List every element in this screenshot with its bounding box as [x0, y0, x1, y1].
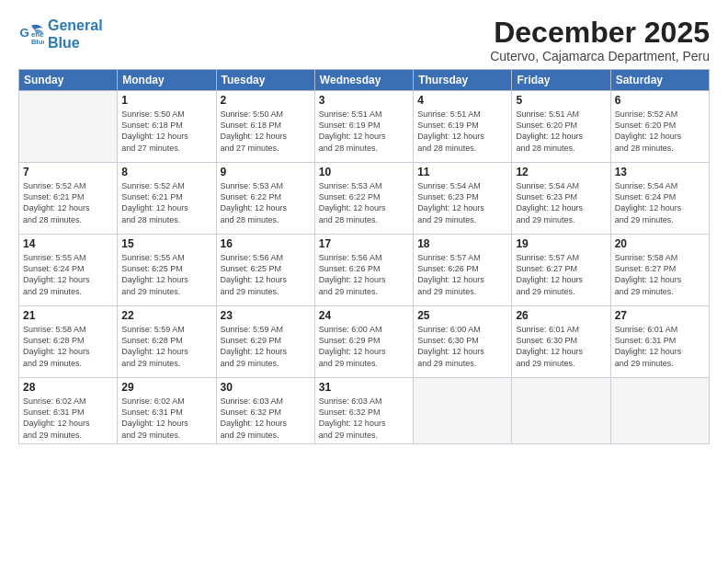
day-number: 11 — [417, 166, 507, 178]
day-info: Sunrise: 5:56 AM Sunset: 6:25 PM Dayligh… — [221, 252, 311, 297]
header: G eneral Blue General Blue December 2025… — [18, 17, 710, 63]
day-info: Sunrise: 5:58 AM Sunset: 6:28 PM Dayligh… — [23, 324, 113, 369]
day-info: Sunrise: 5:54 AM Sunset: 6:23 PM Dayligh… — [516, 180, 606, 225]
table-row: 28Sunrise: 6:02 AM Sunset: 6:31 PM Dayli… — [19, 378, 118, 444]
logo-text-line1: General — [48, 17, 103, 34]
calendar-header-row: Sunday Monday Tuesday Wednesday Thursday… — [19, 70, 710, 91]
table-row — [19, 91, 118, 163]
day-number: 3 — [319, 94, 409, 107]
day-number: 13 — [615, 166, 705, 178]
table-row: 25Sunrise: 6:00 AM Sunset: 6:30 PM Dayli… — [414, 306, 512, 378]
day-number: 2 — [221, 94, 311, 107]
table-row: 12Sunrise: 5:54 AM Sunset: 6:23 PM Dayli… — [512, 163, 610, 235]
table-row: 1Sunrise: 5:50 AM Sunset: 6:18 PM Daylig… — [118, 91, 216, 163]
table-row: 11Sunrise: 5:54 AM Sunset: 6:23 PM Dayli… — [414, 163, 512, 235]
day-number: 7 — [23, 166, 113, 178]
day-number: 29 — [121, 381, 211, 394]
day-number: 22 — [121, 309, 211, 322]
day-number: 24 — [319, 309, 409, 322]
day-info: Sunrise: 5:56 AM Sunset: 6:26 PM Dayligh… — [319, 252, 409, 297]
day-number: 14 — [23, 237, 113, 250]
col-friday: Friday — [512, 70, 610, 91]
svg-text:Blue: Blue — [31, 38, 44, 46]
table-row: 13Sunrise: 5:54 AM Sunset: 6:24 PM Dayli… — [610, 163, 709, 235]
table-row: 30Sunrise: 6:03 AM Sunset: 6:32 PM Dayli… — [216, 378, 314, 444]
day-info: Sunrise: 5:55 AM Sunset: 6:24 PM Dayligh… — [23, 252, 113, 297]
table-row: 24Sunrise: 6:00 AM Sunset: 6:29 PM Dayli… — [314, 306, 413, 378]
col-sunday: Sunday — [19, 70, 118, 91]
day-number: 31 — [319, 381, 409, 394]
table-row — [512, 378, 610, 444]
day-info: Sunrise: 6:03 AM Sunset: 6:32 PM Dayligh… — [319, 396, 409, 441]
day-info: Sunrise: 5:57 AM Sunset: 6:27 PM Dayligh… — [516, 252, 606, 297]
table-row: 6Sunrise: 5:52 AM Sunset: 6:20 PM Daylig… — [610, 91, 709, 163]
table-row: 2Sunrise: 5:50 AM Sunset: 6:18 PM Daylig… — [216, 91, 314, 163]
day-number: 8 — [121, 166, 211, 178]
day-number: 5 — [516, 94, 606, 107]
day-info: Sunrise: 5:51 AM Sunset: 6:19 PM Dayligh… — [319, 109, 409, 154]
table-row: 15Sunrise: 5:55 AM Sunset: 6:25 PM Dayli… — [118, 235, 216, 306]
title-block: December 2025 Cutervo, Cajamarca Departm… — [490, 17, 710, 63]
table-row: 14Sunrise: 5:55 AM Sunset: 6:24 PM Dayli… — [19, 235, 118, 306]
col-saturday: Saturday — [610, 70, 709, 91]
table-row: 26Sunrise: 6:01 AM Sunset: 6:30 PM Dayli… — [512, 306, 610, 378]
table-row: 4Sunrise: 5:51 AM Sunset: 6:19 PM Daylig… — [414, 91, 512, 163]
day-info: Sunrise: 6:02 AM Sunset: 6:31 PM Dayligh… — [23, 396, 113, 441]
day-number: 27 — [615, 309, 705, 322]
day-info: Sunrise: 5:50 AM Sunset: 6:18 PM Dayligh… — [121, 109, 211, 154]
table-row: 10Sunrise: 5:53 AM Sunset: 6:22 PM Dayli… — [314, 163, 413, 235]
table-row: 20Sunrise: 5:58 AM Sunset: 6:27 PM Dayli… — [610, 235, 709, 306]
table-row: 3Sunrise: 5:51 AM Sunset: 6:19 PM Daylig… — [314, 91, 413, 163]
table-row: 16Sunrise: 5:56 AM Sunset: 6:25 PM Dayli… — [216, 235, 314, 306]
table-row: 29Sunrise: 6:02 AM Sunset: 6:31 PM Dayli… — [118, 378, 216, 444]
day-info: Sunrise: 6:00 AM Sunset: 6:29 PM Dayligh… — [319, 324, 409, 369]
col-tuesday: Tuesday — [216, 70, 314, 91]
day-number: 23 — [221, 309, 311, 322]
svg-text:G: G — [20, 26, 29, 40]
month-title: December 2025 — [490, 17, 710, 49]
page: G eneral Blue General Blue December 2025… — [0, 0, 728, 563]
day-info: Sunrise: 6:01 AM Sunset: 6:30 PM Dayligh… — [516, 324, 606, 369]
logo-icon: G eneral Blue — [18, 21, 44, 47]
day-number: 19 — [516, 237, 606, 250]
day-number: 16 — [221, 237, 311, 250]
day-number: 26 — [516, 309, 606, 322]
table-row: 27Sunrise: 6:01 AM Sunset: 6:31 PM Dayli… — [610, 306, 709, 378]
day-info: Sunrise: 5:57 AM Sunset: 6:26 PM Dayligh… — [417, 252, 507, 297]
day-info: Sunrise: 5:59 AM Sunset: 6:28 PM Dayligh… — [121, 324, 211, 369]
table-row: 22Sunrise: 5:59 AM Sunset: 6:28 PM Dayli… — [118, 306, 216, 378]
day-info: Sunrise: 5:54 AM Sunset: 6:24 PM Dayligh… — [615, 180, 705, 225]
day-info: Sunrise: 5:52 AM Sunset: 6:21 PM Dayligh… — [23, 180, 113, 225]
col-wednesday: Wednesday — [314, 70, 413, 91]
table-row: 21Sunrise: 5:58 AM Sunset: 6:28 PM Dayli… — [19, 306, 118, 378]
day-info: Sunrise: 5:58 AM Sunset: 6:27 PM Dayligh… — [615, 252, 705, 297]
day-number: 4 — [417, 94, 507, 107]
day-number: 15 — [121, 237, 211, 250]
day-number: 1 — [121, 94, 211, 107]
day-info: Sunrise: 5:51 AM Sunset: 6:20 PM Dayligh… — [516, 109, 606, 154]
logo-text-line2: Blue — [48, 34, 103, 52]
day-info: Sunrise: 6:01 AM Sunset: 6:31 PM Dayligh… — [615, 324, 705, 369]
table-row: 18Sunrise: 5:57 AM Sunset: 6:26 PM Dayli… — [414, 235, 512, 306]
col-monday: Monday — [118, 70, 216, 91]
day-info: Sunrise: 5:51 AM Sunset: 6:19 PM Dayligh… — [417, 109, 507, 154]
day-info: Sunrise: 5:53 AM Sunset: 6:22 PM Dayligh… — [319, 180, 409, 225]
day-info: Sunrise: 5:53 AM Sunset: 6:22 PM Dayligh… — [221, 180, 311, 225]
table-row: 7Sunrise: 5:52 AM Sunset: 6:21 PM Daylig… — [19, 163, 118, 235]
table-row: 9Sunrise: 5:53 AM Sunset: 6:22 PM Daylig… — [216, 163, 314, 235]
logo: G eneral Blue General Blue — [18, 17, 103, 52]
table-row: 8Sunrise: 5:52 AM Sunset: 6:21 PM Daylig… — [118, 163, 216, 235]
day-number: 6 — [615, 94, 705, 107]
calendar-table: Sunday Monday Tuesday Wednesday Thursday… — [18, 69, 710, 444]
day-number: 20 — [615, 237, 705, 250]
day-info: Sunrise: 6:03 AM Sunset: 6:32 PM Dayligh… — [221, 396, 311, 441]
col-thursday: Thursday — [414, 70, 512, 91]
day-number: 10 — [319, 166, 409, 178]
table-row: 17Sunrise: 5:56 AM Sunset: 6:26 PM Dayli… — [314, 235, 413, 306]
day-number: 12 — [516, 166, 606, 178]
day-number: 28 — [23, 381, 113, 394]
day-number: 30 — [221, 381, 311, 394]
day-number: 17 — [319, 237, 409, 250]
day-number: 25 — [417, 309, 507, 322]
day-number: 18 — [417, 237, 507, 250]
